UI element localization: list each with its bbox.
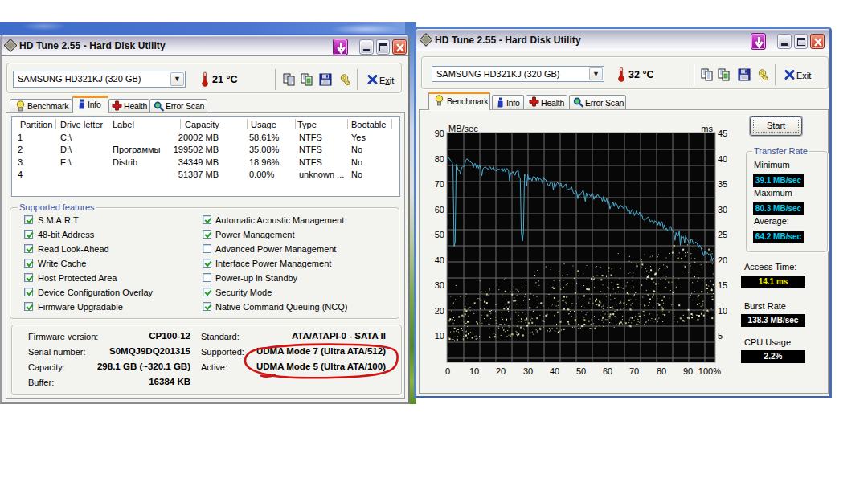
svg-text:40: 40 — [550, 366, 559, 376]
svg-text:100%: 100% — [698, 366, 721, 376]
svg-text:MB/sec: MB/sec — [448, 124, 478, 133]
svg-text:25: 25 — [718, 230, 727, 239]
svg-text:70: 70 — [435, 179, 444, 189]
svg-text:0: 0 — [445, 366, 450, 376]
svg-text:ms: ms — [701, 124, 713, 133]
svg-text:60: 60 — [603, 366, 612, 376]
svg-text:20: 20 — [435, 306, 444, 316]
svg-text:30: 30 — [523, 366, 533, 376]
svg-text:5: 5 — [718, 331, 723, 341]
svg-text:50: 50 — [576, 366, 586, 376]
svg-text:60: 60 — [435, 205, 444, 214]
svg-text:10: 10 — [469, 366, 479, 376]
svg-text:50: 50 — [435, 230, 444, 239]
svg-text:40: 40 — [435, 255, 444, 265]
svg-text:30: 30 — [718, 205, 727, 214]
svg-text:40: 40 — [718, 154, 727, 164]
svg-text:10: 10 — [718, 306, 727, 316]
svg-text:80: 80 — [435, 154, 444, 164]
svg-text:45: 45 — [718, 129, 727, 138]
svg-text:20: 20 — [496, 366, 506, 376]
svg-text:15: 15 — [718, 280, 727, 290]
svg-text:20: 20 — [718, 255, 727, 265]
svg-text:80: 80 — [657, 366, 666, 376]
svg-text:70: 70 — [629, 366, 639, 376]
svg-text:90: 90 — [683, 366, 693, 376]
svg-text:90: 90 — [435, 129, 444, 138]
svg-text:10: 10 — [435, 331, 444, 341]
svg-text:35: 35 — [718, 179, 727, 189]
svg-text:30: 30 — [435, 280, 444, 290]
